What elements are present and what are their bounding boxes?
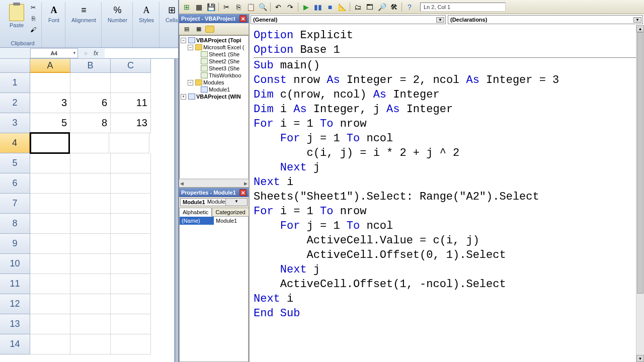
cell-C9[interactable] [111, 234, 151, 254]
cell-B12[interactable] [70, 294, 111, 314]
tree-excel-objects[interactable]: Microsoft Excel ( [203, 44, 244, 50]
row-header-11[interactable]: 11 [0, 274, 30, 294]
minus-icon[interactable]: − [188, 80, 193, 85]
tree-vbaproject-1[interactable]: VBAProject (Topi [196, 37, 242, 43]
cell-A8[interactable] [30, 214, 70, 234]
alignment-button[interactable]: ≡ Alignment [69, 3, 98, 24]
format-painter-button[interactable]: 🖌 [28, 25, 38, 34]
number-button[interactable]: % Number [106, 3, 129, 24]
code-editor[interactable]: Option Explicit Option Base 1Sub main() … [250, 25, 644, 362]
chevron-down-icon[interactable]: ▼ [225, 199, 247, 206]
copy-button[interactable]: ⎘ [233, 2, 244, 13]
cut-button[interactable]: ✂ [221, 2, 232, 13]
cell-C13[interactable] [111, 314, 151, 334]
toggle-folders-button[interactable] [205, 26, 214, 33]
scroll-up-icon[interactable]: ▲ [636, 25, 644, 32]
cell-B6[interactable] [70, 173, 111, 194]
paste-button[interactable]: Paste [7, 3, 26, 34]
column-header-b[interactable]: B [70, 59, 111, 73]
row-header-7[interactable]: 7 [0, 194, 30, 214]
redo-button[interactable]: ↷ [285, 2, 296, 13]
cell-C2[interactable]: 11 [111, 93, 151, 113]
cell-C1[interactable] [111, 73, 151, 93]
row-header-5[interactable]: 5 [0, 153, 30, 173]
font-button[interactable]: A Font [46, 3, 62, 24]
cell-C8[interactable] [111, 214, 151, 234]
find-button[interactable]: 🔍 [257, 2, 268, 13]
save-button[interactable]: 💾 [205, 2, 216, 13]
properties-button[interactable]: 🗔 [364, 2, 375, 13]
fx-button[interactable]: fx [92, 49, 101, 58]
chevron-down-icon[interactable]: ▼ [72, 51, 76, 55]
close-icon[interactable]: ✕ [239, 189, 247, 196]
name-box[interactable]: A4 ▼ [30, 48, 78, 58]
cell-C10[interactable] [111, 254, 151, 274]
row-header-8[interactable]: 8 [0, 214, 30, 234]
cell-A2[interactable]: 3 [30, 93, 70, 113]
cell-A6[interactable] [30, 173, 70, 194]
undo-button[interactable]: ↶ [273, 2, 284, 13]
cell-C4[interactable] [109, 133, 149, 153]
insert-button[interactable]: ▦ [193, 2, 204, 13]
cell-A4[interactable] [30, 132, 70, 154]
cell-B14[interactable] [70, 334, 111, 354]
tab-alphabetic[interactable]: Alphabetic [179, 208, 212, 217]
row-header-10[interactable]: 10 [0, 254, 30, 274]
object-browser-button[interactable]: 🔎 [376, 2, 387, 13]
view-code-button[interactable]: ▤ [181, 24, 192, 35]
cell-B8[interactable] [70, 214, 111, 234]
row-header-6[interactable]: 6 [0, 173, 30, 194]
paste-button[interactable]: 📋 [245, 2, 256, 13]
cell-B1[interactable] [70, 73, 111, 93]
reset-button[interactable]: ■ [325, 2, 336, 13]
project-explorer-button[interactable]: 🗂 [352, 2, 363, 13]
tree-sheet1[interactable]: Sheet1 (She [209, 51, 239, 57]
close-icon[interactable]: ✕ [239, 15, 247, 22]
cell-C14[interactable] [111, 334, 151, 354]
cell-B10[interactable] [70, 254, 111, 274]
cell-A10[interactable] [30, 254, 70, 274]
procedure-dropdown[interactable]: (Declarations) [448, 15, 643, 24]
cell-C3[interactable]: 13 [111, 113, 151, 133]
tree-module1[interactable]: Module1 [209, 86, 230, 93]
styles-button[interactable]: A Styles [137, 3, 156, 24]
row-header-4[interactable]: 4 [0, 133, 30, 153]
plus-icon[interactable]: + [181, 94, 186, 100]
object-selector[interactable]: Module1 Module ▼ [180, 198, 248, 206]
cell-B7[interactable] [70, 194, 111, 214]
tree-vbaproject-2[interactable]: VBAProject (WIN [196, 94, 241, 100]
scroll-thumb[interactable] [637, 32, 643, 294]
cell-A13[interactable] [30, 314, 70, 334]
minus-icon[interactable]: − [188, 45, 193, 50]
row-header-14[interactable]: 14 [0, 334, 30, 354]
object-dropdown[interactable]: (General) [251, 15, 446, 24]
row-header-13[interactable]: 13 [0, 314, 30, 334]
cell-A5[interactable] [30, 153, 70, 173]
cell-B4[interactable] [69, 133, 109, 153]
cell-B9[interactable] [70, 234, 111, 254]
minus-icon[interactable]: − [181, 38, 186, 43]
column-header-a[interactable]: A [30, 59, 70, 73]
code-vscroll[interactable]: ▲ ▼ [636, 25, 644, 362]
row-header-2[interactable]: 2 [0, 93, 30, 113]
tree-sheet2[interactable]: Sheet2 (She [209, 58, 239, 64]
cells-button[interactable]: ⊞ Cells [164, 3, 180, 24]
row-header-3[interactable]: 3 [0, 113, 30, 133]
properties-grid[interactable]: (Name) Module1 [179, 216, 249, 362]
design-mode-button[interactable]: 📐 [337, 2, 348, 13]
copy-button[interactable]: ⎘ [28, 14, 38, 23]
tree-thisworkbook[interactable]: ThisWorkboo [209, 72, 242, 78]
cell-A1[interactable] [30, 73, 70, 93]
cell-C11[interactable] [111, 274, 151, 294]
cell-C6[interactable] [111, 173, 151, 194]
tree-modules[interactable]: Modules [203, 79, 224, 85]
cell-C5[interactable] [111, 153, 151, 173]
row-header-12[interactable]: 12 [0, 294, 30, 314]
toolbox-button[interactable]: 🛠 [388, 2, 399, 13]
cell-B3[interactable]: 8 [70, 113, 111, 133]
break-button[interactable]: ▮▮ [312, 2, 324, 13]
cell-B13[interactable] [70, 314, 111, 334]
column-header-c[interactable]: C [111, 59, 151, 73]
run-button[interactable]: ▶ [300, 2, 311, 13]
row-header-1[interactable]: 1 [0, 73, 30, 93]
